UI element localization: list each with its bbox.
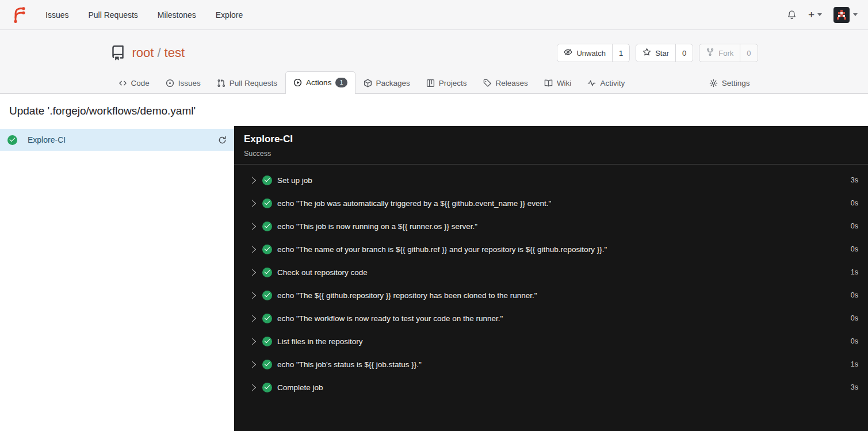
notifications-bell-icon[interactable] bbox=[787, 10, 797, 20]
step-success-check-icon bbox=[262, 176, 272, 185]
step-row[interactable]: echo "The name of your branch is ${{ git… bbox=[234, 238, 868, 261]
nav-issues[interactable]: Issues bbox=[36, 10, 78, 20]
step-success-check-icon bbox=[262, 199, 272, 208]
step-success-check-icon bbox=[262, 314, 272, 323]
fork-label: Fork bbox=[718, 49, 733, 58]
step-success-check-icon bbox=[262, 337, 272, 346]
step-row[interactable]: echo "The workflow is now ready to test … bbox=[234, 307, 868, 330]
star-icon bbox=[643, 48, 651, 58]
step-row[interactable]: echo "This job is now running on a ${{ r… bbox=[234, 215, 868, 238]
job-log-title: Explore-CI bbox=[244, 134, 858, 145]
stars-count[interactable]: 0 bbox=[676, 44, 693, 62]
fork-button-group: Fork 0 bbox=[699, 44, 758, 62]
plus-icon: + bbox=[808, 9, 815, 20]
rerun-job-icon[interactable] bbox=[218, 136, 227, 144]
step-duration: 1s bbox=[839, 268, 858, 276]
step-duration: 0s bbox=[839, 222, 858, 230]
watchers-count[interactable]: 1 bbox=[613, 44, 629, 62]
step-row[interactable]: echo "The ${{ github.repository }} repos… bbox=[234, 284, 868, 307]
chevron-right-icon bbox=[248, 315, 256, 322]
step-row[interactable]: Complete job 3s bbox=[234, 376, 868, 399]
tab-actions[interactable]: Actions 1 bbox=[285, 71, 355, 94]
unwatch-label: Unwatch bbox=[576, 49, 606, 58]
repo-book-icon bbox=[110, 45, 125, 60]
step-row[interactable]: echo "This job's status is ${{ job.statu… bbox=[234, 353, 868, 376]
chevron-right-icon bbox=[248, 338, 256, 345]
unwatch-button[interactable]: Unwatch bbox=[557, 44, 613, 62]
eye-off-icon bbox=[564, 48, 572, 58]
job-steps-list: Set up job 3s echo "The job was automati… bbox=[234, 165, 868, 399]
step-duration: 0s bbox=[839, 199, 858, 207]
fork-icon bbox=[706, 48, 714, 58]
job-status-text: Success bbox=[244, 150, 858, 158]
chevron-right-icon bbox=[248, 361, 256, 368]
tab-wiki[interactable]: Wiki bbox=[536, 73, 580, 93]
run-commit-title: Update '.forgejo/workflows/demo.yaml' bbox=[0, 94, 868, 126]
job-name: Explore-CI bbox=[28, 135, 66, 144]
repo-name-link[interactable]: test bbox=[165, 45, 185, 60]
repo-tabs-bar: Code Issues Pull Requests Actions 1 bbox=[0, 71, 868, 94]
repo-action-buttons: Unwatch 1 Star 0 bbox=[557, 44, 758, 62]
step-row[interactable]: List files in the repository 0s bbox=[234, 330, 868, 353]
step-duration: 0s bbox=[839, 291, 858, 299]
tab-activity[interactable]: Activity bbox=[579, 73, 633, 93]
user-avatar bbox=[833, 7, 850, 23]
chevron-right-icon bbox=[248, 269, 256, 276]
nav-milestones[interactable]: Milestones bbox=[148, 10, 206, 20]
actions-count-badge: 1 bbox=[335, 78, 347, 87]
chevron-down-icon bbox=[817, 13, 822, 16]
tab-issues[interactable]: Issues bbox=[158, 73, 209, 93]
step-duration: 0s bbox=[839, 314, 858, 322]
tab-pull-requests[interactable]: Pull Requests bbox=[209, 73, 285, 93]
navbar-left: Issues Pull Requests Milestones Explore bbox=[10, 6, 253, 24]
repo-title-row: root / test Unw bbox=[110, 40, 758, 64]
job-success-check-icon bbox=[7, 135, 17, 145]
nav-pull-requests[interactable]: Pull Requests bbox=[78, 10, 147, 20]
tab-code[interactable]: Code bbox=[110, 73, 158, 93]
chevron-right-icon bbox=[248, 292, 256, 299]
step-success-check-icon bbox=[262, 291, 272, 300]
create-new-button[interactable]: + bbox=[808, 9, 822, 20]
job-item-explore-ci[interactable]: Explore-CI bbox=[0, 129, 234, 151]
tab-settings[interactable]: Settings bbox=[701, 73, 758, 93]
step-duration: 0s bbox=[839, 337, 858, 345]
navbar-right: + bbox=[787, 7, 858, 23]
chevron-down-icon bbox=[853, 13, 858, 16]
user-menu[interactable] bbox=[833, 7, 858, 23]
navbar-menu: Issues Pull Requests Milestones Explore bbox=[36, 10, 253, 20]
forgejo-logo-icon[interactable] bbox=[10, 6, 28, 24]
chevron-right-icon bbox=[248, 384, 256, 391]
step-duration: 3s bbox=[839, 176, 858, 184]
step-success-check-icon bbox=[262, 268, 272, 277]
step-row[interactable]: echo "The job was automatically triggere… bbox=[234, 192, 868, 215]
unwatch-button-group: Unwatch 1 bbox=[557, 44, 630, 62]
repo-header: root / test Unw bbox=[0, 30, 868, 94]
forks-count[interactable]: 0 bbox=[740, 44, 757, 62]
step-success-check-icon bbox=[262, 383, 272, 392]
step-duration: 3s bbox=[839, 383, 858, 391]
tab-packages[interactable]: Packages bbox=[355, 73, 418, 93]
step-row[interactable]: Set up job 3s bbox=[234, 169, 868, 192]
star-label: Star bbox=[655, 49, 669, 58]
chevron-right-icon bbox=[248, 200, 256, 207]
star-button[interactable]: Star bbox=[636, 44, 676, 62]
chevron-right-icon bbox=[248, 246, 256, 253]
job-log-header: Explore-CI Success bbox=[234, 126, 868, 165]
tab-releases[interactable]: Releases bbox=[475, 73, 536, 93]
fork-button[interactable]: Fork bbox=[699, 44, 740, 62]
step-success-check-icon bbox=[262, 245, 272, 254]
top-navbar: Issues Pull Requests Milestones Explore … bbox=[0, 0, 868, 30]
chevron-right-icon bbox=[248, 177, 256, 184]
actions-run-view: Update '.forgejo/workflows/demo.yaml' Ex… bbox=[0, 94, 868, 431]
jobs-sidebar: Explore-CI bbox=[0, 126, 234, 431]
repo-path-separator: / bbox=[157, 45, 160, 60]
star-button-group: Star 0 bbox=[636, 44, 693, 62]
nav-explore[interactable]: Explore bbox=[206, 10, 253, 20]
repo-owner-link[interactable]: root bbox=[132, 45, 154, 60]
step-success-check-icon bbox=[262, 222, 272, 231]
tab-projects[interactable]: Projects bbox=[418, 73, 475, 93]
chevron-right-icon bbox=[248, 223, 256, 230]
step-duration: 0s bbox=[839, 245, 858, 253]
step-success-check-icon bbox=[262, 360, 272, 369]
step-row[interactable]: Check out repository code 1s bbox=[234, 261, 868, 284]
